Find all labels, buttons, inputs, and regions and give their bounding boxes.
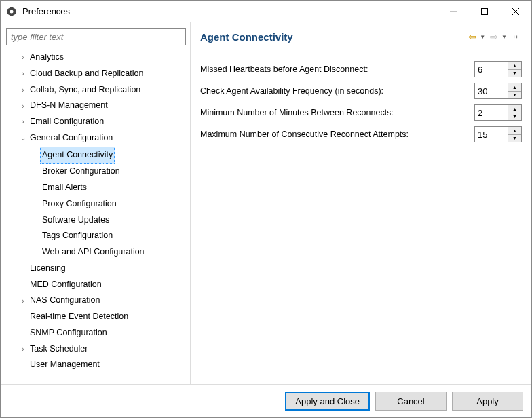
spin-up-icon[interactable]: ▲: [508, 83, 521, 92]
tree-item-analytics[interactable]: ›Analytics: [6, 50, 187, 66]
nav-tree: ›Analytics ›Cloud Backup and Replication…: [6, 50, 187, 379]
window-controls: [438, 1, 531, 22]
tree-item-realtime-event[interactable]: Real-time Event Detection: [6, 309, 187, 325]
chevron-right-icon: ›: [18, 67, 28, 80]
tree-item-proxy-config[interactable]: Proxy Configuration: [6, 196, 187, 212]
maximize-button[interactable]: [469, 1, 500, 22]
tree-item-dfsn[interactable]: ›DFS-N Management: [6, 98, 187, 114]
min-minutes-spinner[interactable]: ▲▼: [474, 104, 522, 121]
max-attempts-label: Maximum Number of Consecutive Reconnect …: [200, 130, 469, 139]
tree-item-web-api-config[interactable]: Web and API Configuration: [6, 244, 187, 261]
spin-up-icon[interactable]: ▲: [508, 62, 521, 70]
tree-item-collab[interactable]: ›Collab, Sync, and Replication: [6, 82, 187, 98]
min-minutes-input[interactable]: [475, 105, 508, 120]
svg-point-1: [10, 10, 14, 13]
chevron-down-icon: ⌄: [18, 132, 28, 145]
tree-item-software-updates[interactable]: Software Updates: [6, 212, 187, 229]
apply-button[interactable]: Apply: [452, 392, 523, 411]
tree-item-tags-config[interactable]: Tags Configuration: [6, 228, 187, 244]
spin-up-icon[interactable]: ▲: [508, 105, 521, 113]
settings-form: Missed Heartbeats before Agent Disconnec…: [200, 61, 522, 142]
min-minutes-label: Minimum Number of Minutes Between Reconn…: [200, 108, 469, 117]
chevron-right-icon: ›: [18, 115, 28, 128]
check-freq-spinner[interactable]: ▲▼: [474, 83, 522, 99]
spin-down-icon[interactable]: ▼: [508, 70, 521, 77]
spin-down-icon[interactable]: ▼: [508, 135, 521, 142]
forward-dropdown-icon[interactable]: ▼: [501, 34, 507, 40]
chevron-right-icon: ›: [18, 294, 28, 307]
apply-and-close-button[interactable]: Apply and Close: [285, 392, 370, 411]
section-title: Agent Connectivity: [200, 31, 466, 43]
section-header: Agent Connectivity ⇦ ▼ ⇨ ▼ ⁞⁞: [200, 31, 522, 50]
check-freq-input[interactable]: [475, 83, 508, 98]
spin-down-icon[interactable]: ▼: [508, 113, 521, 121]
tree-item-agent-connectivity[interactable]: Agent Connectivity: [6, 147, 187, 164]
window-title: Preferences: [22, 6, 70, 16]
tree-item-broker-config[interactable]: Broker Configuration: [6, 164, 187, 180]
cancel-button[interactable]: Cancel: [375, 392, 446, 411]
forward-arrow-icon[interactable]: ⇨: [488, 31, 500, 43]
titlebar: Preferences: [1, 1, 531, 22]
header-tools: ⇦ ▼ ⇨ ▼ ⁞⁞: [466, 31, 522, 43]
missed-heartbeats-input[interactable]: [475, 62, 508, 77]
app-icon: [6, 6, 17, 17]
right-pane: Agent Connectivity ⇦ ▼ ⇨ ▼ ⁞⁞ Missed Hea…: [191, 22, 531, 384]
spin-down-icon[interactable]: ▼: [508, 92, 521, 99]
menu-icon[interactable]: ⁞⁞: [510, 31, 522, 43]
tree-item-nas-config[interactable]: ›NAS Configuration: [6, 292, 187, 309]
tree-item-task-scheduler[interactable]: ›Task Scheduler: [6, 341, 187, 358]
tree-item-cloud-backup[interactable]: ›Cloud Backup and Replication: [6, 66, 187, 82]
tree-item-snmp-config[interactable]: SNMP Configuration: [6, 325, 187, 341]
tree-item-licensing[interactable]: Licensing: [6, 261, 187, 277]
back-arrow-icon[interactable]: ⇦: [466, 31, 478, 43]
chevron-right-icon: ›: [18, 83, 28, 96]
chevron-right-icon: ›: [18, 100, 28, 113]
minimize-button[interactable]: [438, 1, 469, 22]
chevron-right-icon: ›: [18, 343, 28, 356]
left-pane: ›Analytics ›Cloud Backup and Replication…: [1, 22, 191, 384]
missed-heartbeats-label: Missed Heartbeats before Agent Disconnec…: [200, 64, 469, 74]
tree-item-user-management[interactable]: User Management: [6, 357, 187, 373]
filter-input[interactable]: [6, 28, 186, 45]
tree-item-email-alerts[interactable]: Email Alerts: [6, 180, 187, 196]
button-bar: Apply and Close Cancel Apply: [1, 385, 531, 417]
close-button[interactable]: [500, 1, 531, 22]
content-area: ›Analytics ›Cloud Backup and Replication…: [1, 22, 531, 385]
tree-item-email-config[interactable]: ›Email Configuration: [6, 114, 187, 130]
spin-up-icon[interactable]: ▲: [508, 127, 521, 135]
max-attempts-spinner[interactable]: ▲▼: [474, 126, 522, 142]
chevron-right-icon: ›: [18, 51, 28, 64]
missed-heartbeats-spinner[interactable]: ▲▼: [474, 61, 522, 77]
check-freq-label: Check Agent Availability Frequency (in s…: [200, 86, 469, 96]
svg-rect-3: [482, 8, 488, 14]
back-dropdown-icon[interactable]: ▼: [480, 34, 485, 40]
tree-item-general[interactable]: ⌄General Configuration: [6, 130, 187, 147]
tree-item-med-config[interactable]: MED Configuration: [6, 277, 187, 293]
max-attempts-input[interactable]: [475, 127, 508, 142]
